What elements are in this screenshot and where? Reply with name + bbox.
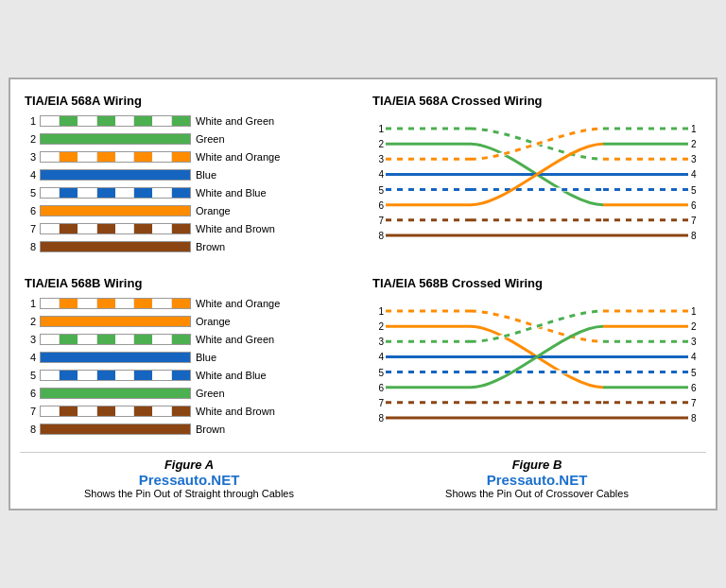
wire-row: 2Green	[25, 131, 354, 147]
wire-label: White and Green	[196, 115, 274, 127]
wire-row: 4Blue	[25, 167, 354, 182]
wire-row: 2Orange	[25, 314, 354, 329]
svg-text:6: 6	[691, 383, 697, 393]
brand-right: Pressauto.NET	[368, 472, 706, 488]
wire-visual	[40, 169, 191, 181]
wire-visual	[40, 205, 191, 216]
svg-text:3: 3	[691, 154, 697, 164]
wire-label: White and Green	[196, 334, 274, 345]
wire-visual	[40, 406, 191, 417]
wire-row: 4Blue	[25, 350, 354, 365]
svg-text:1: 1	[378, 306, 384, 317]
wire-visual	[40, 223, 191, 234]
wire-label: White and Blue	[196, 187, 267, 199]
section-b-straight-title: TIA/EIA 568B Wiring	[25, 276, 354, 290]
svg-text:3: 3	[691, 337, 697, 347]
svg-text:4: 4	[691, 352, 697, 362]
pin-number: 5	[25, 187, 36, 199]
wire-visual	[40, 241, 191, 252]
wire-row: 3White and Green	[25, 332, 354, 347]
section-a-crossed-title: TIA/EIA 568A Crossed Wiring	[372, 94, 701, 108]
pin-number: 1	[25, 298, 36, 309]
pin-number: 2	[25, 316, 36, 327]
wire-visual	[40, 334, 191, 345]
crossed-b-svg: 1234567812345678	[372, 296, 701, 433]
figure-b-label: Figure B	[368, 458, 706, 472]
wire-row: 7White and Brown	[25, 404, 354, 419]
svg-text:1: 1	[691, 306, 697, 317]
pin-number: 3	[25, 151, 36, 163]
svg-text:8: 8	[378, 413, 384, 424]
section-a-straight: TIA/EIA 568A Wiring 1White and Green2Gre…	[20, 89, 358, 262]
svg-text:2: 2	[691, 321, 697, 332]
svg-text:4: 4	[691, 169, 697, 180]
footer-right: Figure B Pressauto.NET Shows the Pin Out…	[368, 458, 706, 499]
wire-label: Brown	[196, 424, 225, 435]
wire-row: 6Orange	[25, 203, 354, 218]
figure-a-label: Figure A	[20, 458, 358, 472]
brand-left: Pressauto.NET	[20, 472, 358, 488]
pin-number: 4	[25, 352, 36, 363]
wire-visual	[40, 388, 191, 399]
svg-text:5: 5	[378, 368, 384, 378]
wire-visual	[40, 352, 191, 363]
section-b-straight: TIA/EIA 568B Wiring 1White and Orange2Or…	[20, 271, 358, 444]
wire-visual	[40, 151, 191, 163]
wire-label: White and Orange	[196, 298, 280, 309]
section-b-crossed: TIA/EIA 568B Crossed Wiring 123456781234…	[368, 271, 706, 444]
pin-number: 7	[25, 406, 36, 417]
pin-number: 2	[25, 133, 36, 145]
wire-label: White and Brown	[196, 406, 275, 417]
wire-label: White and Brown	[196, 223, 275, 234]
svg-text:4: 4	[378, 169, 384, 180]
svg-text:1: 1	[691, 124, 697, 134]
svg-text:8: 8	[691, 231, 697, 241]
wire-row: 1White and Orange	[25, 296, 354, 311]
pin-number: 6	[25, 205, 36, 216]
section-a-straight-title: TIA/EIA 568A Wiring	[25, 94, 354, 108]
section-a-crossed: TIA/EIA 568A Crossed Wiring 123456781234…	[368, 89, 706, 262]
svg-text:8: 8	[691, 413, 697, 424]
wire-label: Orange	[196, 205, 231, 216]
wire-row: 8Brown	[25, 239, 354, 254]
wires-a-straight: 1White and Green2Green3White and Orange4…	[25, 113, 354, 254]
wire-visual	[40, 115, 191, 127]
wire-label: White and Orange	[196, 151, 280, 163]
svg-text:6: 6	[378, 383, 384, 393]
footer-left: Figure A Pressauto.NET Shows the Pin Out…	[20, 458, 358, 499]
svg-text:3: 3	[378, 154, 384, 164]
wire-label: White and Blue	[196, 370, 267, 381]
wire-label: Orange	[196, 316, 231, 327]
pin-number: 5	[25, 370, 36, 381]
pin-number: 8	[25, 241, 36, 252]
pin-number: 3	[25, 334, 36, 345]
section-b-crossed-title: TIA/EIA 568B Crossed Wiring	[372, 276, 701, 290]
svg-text:6: 6	[691, 200, 697, 211]
pin-number: 7	[25, 223, 36, 234]
wire-visual	[40, 187, 191, 199]
svg-text:5: 5	[378, 185, 384, 196]
wire-row: 1White and Green	[25, 113, 354, 129]
wire-visual	[40, 133, 191, 145]
wire-row: 7White and Brown	[25, 221, 354, 236]
svg-text:5: 5	[691, 368, 697, 378]
svg-text:5: 5	[691, 185, 697, 196]
pin-number: 4	[25, 169, 36, 181]
footer-left-desc: Shows the Pin Out of Straight through Ca…	[20, 488, 358, 499]
wire-visual	[40, 298, 191, 309]
wire-visual	[40, 370, 191, 381]
svg-text:3: 3	[378, 337, 384, 347]
svg-text:2: 2	[691, 139, 697, 149]
wire-label: Green	[196, 388, 225, 399]
wire-row: 5White and Blue	[25, 368, 354, 383]
svg-text:7: 7	[691, 398, 697, 408]
wire-row: 5White and Blue	[25, 185, 354, 200]
wire-label: Green	[196, 133, 225, 145]
wires-b-straight: 1White and Orange2Orange3White and Green…	[25, 296, 354, 437]
crossed-a-svg: 1234567812345678	[372, 113, 701, 251]
svg-text:7: 7	[378, 216, 384, 226]
pin-number: 1	[25, 115, 36, 127]
svg-text:2: 2	[378, 321, 384, 332]
svg-text:7: 7	[378, 398, 384, 408]
svg-text:7: 7	[691, 216, 697, 226]
